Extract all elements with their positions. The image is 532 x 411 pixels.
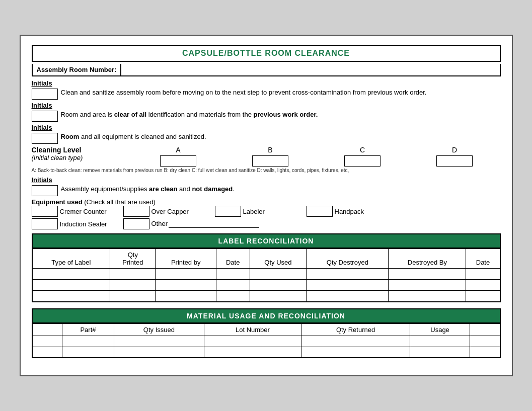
material-recon-cell[interactable] bbox=[470, 347, 500, 358]
material-recon-cell[interactable] bbox=[410, 347, 470, 358]
material-recon-cell[interactable] bbox=[301, 336, 410, 347]
material-recon-cell[interactable] bbox=[204, 347, 301, 358]
label-recon-cell[interactable] bbox=[32, 291, 110, 302]
label-recon-cell[interactable] bbox=[32, 269, 110, 280]
label-recon-cell[interactable] bbox=[389, 269, 466, 280]
cleaning-col-a: A bbox=[150, 146, 206, 167]
label-recon-cell[interactable] bbox=[110, 291, 156, 302]
label-recon-cell[interactable] bbox=[250, 269, 307, 280]
col-date-1: Date bbox=[216, 249, 250, 269]
initials-input-3[interactable] bbox=[32, 133, 58, 144]
cleaning-box-a[interactable] bbox=[160, 155, 196, 167]
initials-label-4: Initials bbox=[32, 176, 501, 184]
initials-row-4: Assembly equipment/supplies are clean an… bbox=[32, 185, 501, 196]
assembly-value[interactable] bbox=[121, 64, 499, 75]
cleaning-col-b: B bbox=[243, 146, 298, 167]
material-recon-cell[interactable] bbox=[114, 336, 204, 347]
assembly-label: Assembly Room Number: bbox=[33, 64, 122, 75]
initials-text-2: Room and area is clear of all identifica… bbox=[61, 110, 501, 119]
cleaning-note: A: Back-to-back clean: remove materials … bbox=[32, 168, 501, 173]
label-recon-cell[interactable] bbox=[156, 269, 216, 280]
initials-label-3: Initials bbox=[32, 124, 501, 131]
material-recon-table: Part# Qty Issued Lot Number Qty Returned… bbox=[32, 323, 501, 359]
initials-input-1[interactable] bbox=[32, 89, 58, 100]
label-recon-table: Type of Label QtyPrinted Printed by Date… bbox=[32, 249, 501, 302]
material-recon-cell[interactable] bbox=[204, 336, 301, 347]
label-recon-cell[interactable] bbox=[216, 280, 250, 291]
cleaning-col-c: C bbox=[335, 146, 390, 167]
assembly-row: Assembly Room Number: bbox=[32, 64, 501, 76]
label-recon-cell[interactable] bbox=[110, 269, 156, 280]
initials-row-3: Room and all equipment is cleaned and sa… bbox=[32, 132, 501, 144]
label-recon-cell[interactable] bbox=[216, 291, 250, 302]
label-recon-cell[interactable] bbox=[307, 269, 389, 280]
col-empty2 bbox=[470, 323, 500, 336]
equipment-box-labeler[interactable] bbox=[215, 206, 241, 217]
equipment-name-other: Other bbox=[151, 220, 260, 228]
label-recon-cell[interactable] bbox=[250, 280, 307, 291]
page: CAPSULE/BOTTLE ROOM CLEARANCE Assembly R… bbox=[20, 35, 513, 376]
equipment-name-cremer: Cremer Counter bbox=[60, 208, 120, 215]
material-recon-cell[interactable] bbox=[62, 336, 114, 347]
col-part-number: Part# bbox=[62, 323, 114, 336]
cleaning-box-d[interactable] bbox=[436, 155, 473, 167]
material-recon-title: MATERIAL USAGE AND RECONCILIATION bbox=[32, 308, 501, 323]
initials-section-2: Initials Room and area is clear of all i… bbox=[32, 102, 501, 122]
label-recon-cell[interactable] bbox=[156, 280, 216, 291]
equipment-box-induction[interactable] bbox=[32, 218, 58, 229]
material-recon-cell[interactable] bbox=[62, 347, 114, 358]
equipment-box-other[interactable] bbox=[123, 218, 149, 229]
equipment-name-induction: Induction Sealer bbox=[60, 220, 120, 228]
cleaning-grid: Cleaning Level (Initial clean type) A B … bbox=[32, 146, 501, 167]
label-recon-cell[interactable] bbox=[389, 291, 466, 302]
equipment-box-overcapper[interactable] bbox=[123, 206, 149, 217]
label-recon-cell[interactable] bbox=[307, 291, 389, 302]
label-recon-section: LABEL RECONCILIATION Type of Label QtyPr… bbox=[32, 233, 501, 302]
label-recon-cell[interactable] bbox=[466, 280, 500, 291]
material-recon-cell[interactable] bbox=[470, 336, 500, 347]
initials-label-1: Initials bbox=[32, 79, 501, 87]
equipment-name-handpack: Handpack bbox=[335, 208, 395, 215]
material-recon-cell[interactable] bbox=[32, 336, 62, 347]
material-recon-cell[interactable] bbox=[410, 336, 470, 347]
label-recon-cell[interactable] bbox=[466, 291, 500, 302]
cleaning-letter-d: D bbox=[452, 146, 457, 154]
col-qty-used: Qty Used bbox=[250, 249, 307, 269]
label-recon-cell[interactable] bbox=[110, 280, 156, 291]
material-recon-cell[interactable] bbox=[301, 347, 410, 358]
label-recon-cell[interactable] bbox=[156, 291, 216, 302]
material-recon-cell[interactable] bbox=[114, 347, 204, 358]
initials-input-2[interactable] bbox=[32, 111, 58, 122]
col-date-2: Date bbox=[466, 249, 500, 269]
cleaning-box-c[interactable] bbox=[344, 155, 381, 167]
col-qty-printed: QtyPrinted bbox=[110, 249, 156, 269]
initials-section-4: Initials Assembly equipment/supplies are… bbox=[32, 176, 501, 196]
label-recon-cell[interactable] bbox=[389, 280, 466, 291]
col-type-of-label: Type of Label bbox=[32, 249, 110, 269]
material-recon-row-2 bbox=[32, 347, 500, 358]
label-recon-cell[interactable] bbox=[216, 269, 250, 280]
initials-row-2: Room and area is clear of all identifica… bbox=[32, 110, 501, 122]
cleaning-section: Cleaning Level (Initial clean type) A B … bbox=[32, 146, 501, 173]
label-recon-cell[interactable] bbox=[466, 269, 500, 280]
col-usage: Usage bbox=[410, 323, 470, 336]
label-recon-cell[interactable] bbox=[250, 291, 307, 302]
initials-input-4[interactable] bbox=[32, 185, 58, 196]
initials-text-4: Assembly equipment/supplies are clean an… bbox=[61, 185, 501, 194]
cleaning-letter-a: A bbox=[176, 146, 180, 154]
label-recon-cell[interactable] bbox=[32, 280, 110, 291]
equipment-box-cremer[interactable] bbox=[32, 206, 58, 217]
equipment-row-1: Cremer Counter Over Capper Labeler Handp… bbox=[32, 206, 501, 217]
label-recon-row-2 bbox=[32, 280, 500, 291]
label-recon-cell[interactable] bbox=[307, 280, 389, 291]
equipment-name-overcapper: Over Capper bbox=[151, 208, 212, 215]
cleaning-label-col: Cleaning Level (Initial clean type) bbox=[32, 146, 132, 161]
initials-section-3: Initials Room and all equipment is clean… bbox=[32, 124, 501, 144]
material-recon-row-1 bbox=[32, 336, 500, 347]
material-recon-cell[interactable] bbox=[32, 347, 62, 358]
initials-text-3: Room and all equipment is cleaned and sa… bbox=[61, 132, 501, 141]
cleaning-box-b[interactable] bbox=[252, 155, 288, 167]
equipment-box-handpack[interactable] bbox=[307, 206, 333, 217]
cleaning-cols: A B C D bbox=[132, 146, 501, 167]
col-lot-number: Lot Number bbox=[204, 323, 301, 336]
